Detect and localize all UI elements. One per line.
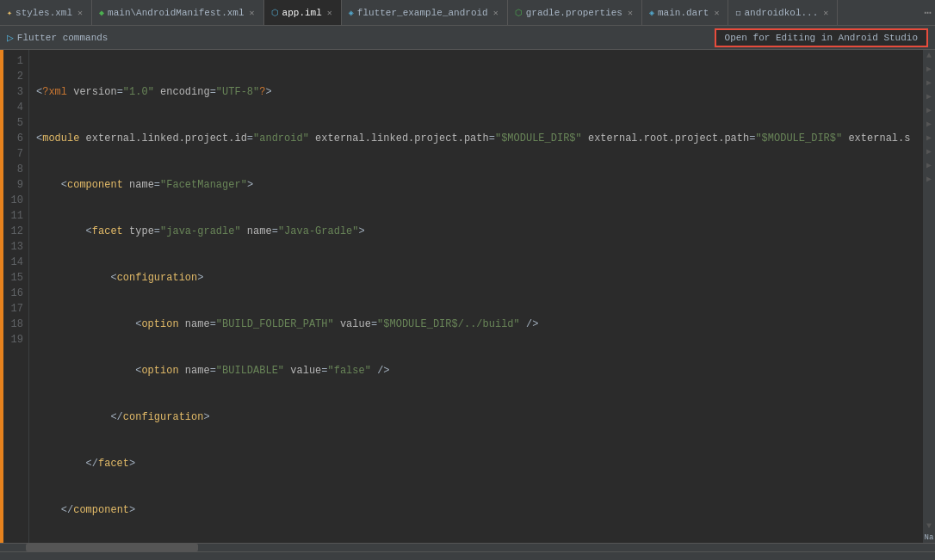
- tab-close-dart[interactable]: ✕: [712, 7, 721, 19]
- line-num-6: 6: [7, 131, 23, 146]
- tab-close-flutter[interactable]: ✕: [492, 7, 500, 19]
- code-line-2: <module external.linked.project.id="andr…: [36, 131, 923, 146]
- flutter-commands-label: Flutter commands: [17, 33, 108, 43]
- line-num-19: 19: [7, 332, 23, 348]
- line-num-4: 4: [7, 100, 23, 115]
- gutter-marker-2[interactable]: ▶: [926, 77, 932, 89]
- line-num-2: 2: [7, 69, 23, 84]
- code-editor[interactable]: <?xml version="1.0" encoding="UTF-8"?> <…: [29, 50, 923, 543]
- code-line-5: <configuration>: [36, 270, 923, 286]
- gutter-marker-9[interactable]: ▶: [926, 174, 932, 186]
- gutter-marker-5[interactable]: ▶: [926, 119, 932, 131]
- tab-overflow-icon[interactable]: ⋯: [925, 5, 932, 20]
- line-num-8: 8: [7, 162, 23, 177]
- tab-icon-styles: ✦: [7, 8, 12, 18]
- line-num-5: 5: [7, 115, 23, 131]
- tab-androidkol[interactable]: ◻ androidkol... ✕: [728, 0, 838, 25]
- code-line-6: <option name="BUILD_FOLDER_PATH" value="…: [36, 317, 923, 332]
- line-num-17: 17: [7, 301, 23, 317]
- flutter-commands-section: ▷ Flutter commands: [7, 31, 108, 45]
- tab-main-dart[interactable]: ◈ main.dart ✕: [642, 0, 728, 25]
- line-num-1: 1: [7, 53, 23, 69]
- line-num-11: 11: [7, 208, 23, 224]
- tab-gradle-props[interactable]: ⬡ gradle.properties ✕: [508, 0, 642, 25]
- line-num-16: 16: [7, 286, 23, 301]
- gutter-marker-3[interactable]: ▶: [926, 91, 932, 103]
- tab-app-iml[interactable]: ⬡ app.iml ✕: [264, 0, 342, 25]
- tab-label-flutter: flutter_example_android: [357, 8, 488, 18]
- code-line-3: <component name="FacetManager">: [36, 177, 923, 193]
- tab-label-iml: app.iml: [282, 8, 322, 18]
- gutter-marker-6[interactable]: ▶: [926, 132, 932, 145]
- line-num-3: 3: [7, 84, 23, 100]
- tab-styles-xml[interactable]: ✦ styles.xml ✕: [0, 0, 92, 25]
- code-line-1: <?xml version="1.0" encoding="UTF-8"?>: [36, 84, 923, 100]
- line-num-12: 12: [7, 224, 23, 239]
- tab-icon-iml: ⬡: [271, 8, 279, 18]
- right-gutter: ▲ ▶ ▶ ▶ ▶ ▶ ▶ ▶ ▶ ▶ ▼ Na: [923, 50, 935, 543]
- tab-close-androidkol[interactable]: ✕: [821, 7, 830, 19]
- code-line-7: <option name="BUILDABLE" value="false" /…: [36, 363, 923, 378]
- line-num-9: 9: [7, 177, 23, 193]
- gutter-arrow-top[interactable]: ▲: [923, 50, 935, 62]
- gutter-marker-7[interactable]: ▶: [926, 146, 932, 158]
- flutter-icon: ▷: [7, 31, 14, 45]
- tab-icon-androidkol: ◻: [735, 8, 740, 18]
- gutter-arrow-bottom[interactable]: ▼: [923, 520, 935, 532]
- line-num-14: 14: [7, 255, 23, 270]
- code-line-10: </component>: [36, 502, 923, 518]
- tab-label-gradle: gradle.properties: [526, 8, 622, 18]
- tab-icon-gradle: ⬡: [515, 8, 523, 18]
- line-numbers: 1 2 3 4 5 6 7 8 9 10 11 12 13 14 15 16 1…: [3, 50, 29, 543]
- code-line-9: </facet>: [36, 456, 923, 471]
- line-num-18: 18: [7, 317, 23, 332]
- bottom-scrollbar[interactable]: [0, 543, 935, 551]
- tab-icon-dart: ◈: [649, 8, 654, 18]
- tab-bar: ✦ styles.xml ✕ ◆ main\AndroidManifest.xm…: [0, 0, 935, 26]
- gutter-marker-8[interactable]: ▶: [926, 160, 932, 172]
- header-area: ▷ Flutter commands Open for Editing in A…: [0, 26, 935, 50]
- tab-close-iml[interactable]: ✕: [325, 7, 334, 19]
- tab-close-styles[interactable]: ✕: [76, 7, 84, 19]
- line-num-13: 13: [7, 239, 23, 255]
- tab-icon-flutter: ◈: [349, 8, 354, 18]
- code-line-8: </configuration>: [36, 409, 923, 425]
- tab-androidmanifest[interactable]: ◆ main\AndroidManifest.xml ✕: [92, 0, 264, 25]
- code-line-4: <facet type="java-gradle" name="Java-Gra…: [36, 224, 923, 239]
- status-bar: [0, 551, 935, 560]
- tab-label-styles: styles.xml: [15, 8, 72, 18]
- gutter-marker-1[interactable]: ▶: [926, 64, 932, 76]
- tab-label-dart: main.dart: [658, 8, 709, 18]
- line-num-7: 7: [7, 146, 23, 162]
- tab-label-androidkol: androidkol...: [744, 8, 818, 18]
- tab-close-gradle[interactable]: ✕: [626, 7, 635, 19]
- editor-area: 1 2 3 4 5 6 7 8 9 10 11 12 13 14 15 16 1…: [0, 50, 935, 543]
- line-num-15: 15: [7, 270, 23, 286]
- open-android-studio-button[interactable]: Open for Editing in Android Studio: [715, 28, 928, 47]
- tab-label-manifest: main\AndroidManifest.xml: [108, 8, 244, 18]
- gutter-marker-4[interactable]: ▶: [926, 105, 932, 117]
- tab-icon-manifest: ◆: [99, 8, 104, 18]
- tab-flutter-android[interactable]: ◈ flutter_example_android ✕: [342, 0, 508, 25]
- tab-close-manifest[interactable]: ✕: [248, 7, 257, 19]
- line-num-10: 10: [7, 193, 23, 208]
- gutter-na-label: Na: [924, 532, 935, 543]
